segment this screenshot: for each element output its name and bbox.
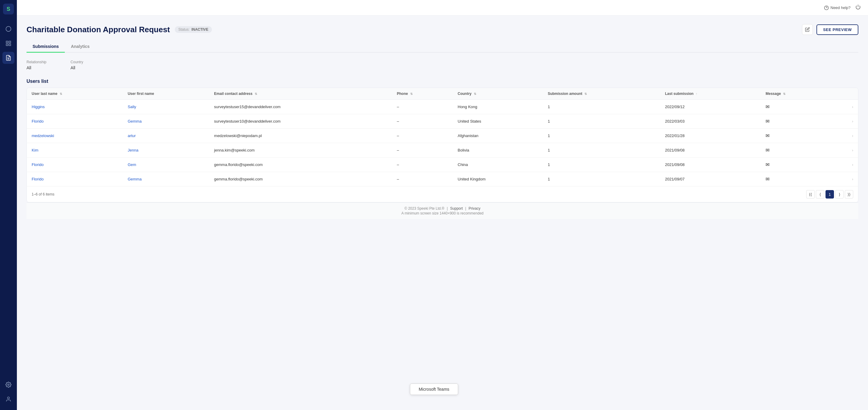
ms-teams-button[interactable]: Microsoft Teams [410,383,458,395]
first-name-link[interactable]: artur [128,133,136,138]
sort-icon-last-name: ⇅ [60,92,62,95]
message-icon[interactable]: ✉ [766,133,770,138]
table-row[interactable]: medzelowski artur medzelowski@niepodam.p… [27,129,858,143]
table-row[interactable]: Kim Jenna jenna.kim@speeki.com – Bolivia… [27,143,858,158]
cell-message: ✉ [761,100,832,114]
sort-icon-submission: ⇅ [584,92,587,95]
svg-rect-2 [9,41,11,43]
last-name-link[interactable]: medzelowski [32,133,54,138]
sidebar-item-home[interactable] [2,23,14,35]
page-first-button[interactable]: ⟨⟨ [806,190,815,198]
col-last-submission[interactable]: Last submission ↑ [660,88,761,100]
cell-phone: – [392,129,453,143]
first-name-link[interactable]: Jenna [128,148,138,152]
col-actions [832,88,858,100]
cell-first-name: Gem [123,158,210,172]
footer-privacy-link[interactable]: Privacy [469,207,480,211]
cell-last-name: Kim [27,143,123,158]
table-row[interactable]: Higgins Sally surveytestuser15@devanddel… [27,100,858,114]
first-name-link[interactable]: Gem [128,162,136,167]
page-header-left: Charitable Donation Approval Request Sta… [27,25,212,34]
message-icon[interactable]: ✉ [766,104,770,109]
sidebar-user[interactable] [2,393,14,405]
tab-analytics[interactable]: Analytics [65,41,96,53]
filter-relationship-value[interactable]: All [27,65,46,70]
first-name-link[interactable]: Gemma [128,177,142,181]
last-name-link[interactable]: Higgins [32,104,44,109]
cell-last-submission: 2022/03/03 [660,114,761,129]
filter-country: Country All [70,60,83,70]
table-row[interactable]: Florido Gemma surveytestuser10@devanddel… [27,114,858,129]
table-row[interactable]: Florido Gem gemma.florido@speeki.com – C… [27,158,858,172]
col-country[interactable]: Country ⇅ [453,88,543,100]
cell-phone: – [392,100,453,114]
users-list-title: Users list [27,78,858,84]
footer: © 2023 Speeki Pte Ltd.® | Support | Priv… [27,202,858,219]
cell-email: gemma.florido@speeki.com [209,158,392,172]
col-last-name[interactable]: User last name ⇅ [27,88,123,100]
cell-country: China [453,158,543,172]
footer-note: A minimum screen size 1440×900 is recomm… [401,211,484,215]
sort-icon-message: ⇅ [783,92,785,95]
cell-last-name: Florido [27,114,123,129]
cell-submission-amount: 1 [543,158,660,172]
sort-icon-last-submission: ↑ [695,92,697,95]
col-email[interactable]: Email contact address ⇅ [209,88,392,100]
svg-rect-3 [6,44,8,46]
see-preview-button[interactable]: SEE PREVIEW [816,24,858,35]
first-name-link[interactable]: Sally [128,104,136,109]
svg-point-7 [8,384,9,386]
message-icon[interactable]: ✉ [766,162,770,167]
page-1-button[interactable]: 1 [826,190,834,198]
row-chevron-icon: › [852,148,853,152]
cell-message: ✉ [761,158,832,172]
col-submission-amount[interactable]: Submission amount ⇅ [543,88,660,100]
page-prev-button[interactable]: ⟨ [816,190,824,198]
last-name-link[interactable]: Florido [32,119,44,124]
cell-first-name: Jenna [123,143,210,158]
filter-relationship-label: Relationship [27,60,46,64]
col-first-name[interactable]: User first name [123,88,210,100]
filter-country-label: Country [70,60,83,64]
cell-chevron: › [832,172,858,187]
pagination-summary: 1–6 of 6 items [32,192,54,196]
cell-first-name: Gemma [123,172,210,187]
sidebar-item-charts[interactable] [2,37,14,50]
cell-submission-amount: 1 [543,114,660,129]
page-next-button[interactable]: ⟩ [835,190,844,198]
row-chevron-icon: › [852,177,853,181]
filter-relationship: Relationship All [27,60,46,70]
col-phone[interactable]: Phone ⇅ [392,88,453,100]
message-icon[interactable]: ✉ [766,119,770,124]
svg-point-8 [7,397,10,399]
col-message[interactable]: Message ⇅ [761,88,832,100]
footer-support-link[interactable]: Support [450,207,463,211]
table-row[interactable]: Florido Gemma gemma.florido@speeki.com –… [27,172,858,187]
sidebar-settings[interactable] [2,379,14,391]
message-icon[interactable]: ✉ [766,148,770,153]
cell-chevron: › [832,158,858,172]
last-name-link[interactable]: Florido [32,162,44,167]
edit-button[interactable] [802,24,813,35]
first-name-link[interactable]: Gemma [128,119,142,124]
cell-email: jenna.kim@speeki.com [209,143,392,158]
filter-country-value[interactable]: All [70,65,83,70]
cell-submission-amount: 1 [543,172,660,187]
cell-last-name: Florido [27,158,123,172]
last-name-link[interactable]: Florido [32,177,44,181]
sidebar: S [0,0,17,410]
help-button[interactable]: Need help? [824,5,851,10]
row-chevron-icon: › [852,133,853,138]
cell-phone: – [392,172,453,187]
app-logo[interactable]: S [3,4,14,14]
cell-first-name: Gemma [123,114,210,129]
sidebar-item-forms[interactable] [2,52,14,64]
footer-links: © 2023 Speeki Pte Ltd.® | Support | Priv… [404,207,480,211]
row-chevron-icon: › [852,104,853,109]
page-last-button[interactable]: ⟩⟩ [845,190,853,198]
message-icon[interactable]: ✉ [766,177,770,182]
cell-chevron: › [832,143,858,158]
power-button[interactable] [855,4,861,11]
tab-submissions[interactable]: Submissions [27,41,65,53]
last-name-link[interactable]: Kim [32,148,38,152]
